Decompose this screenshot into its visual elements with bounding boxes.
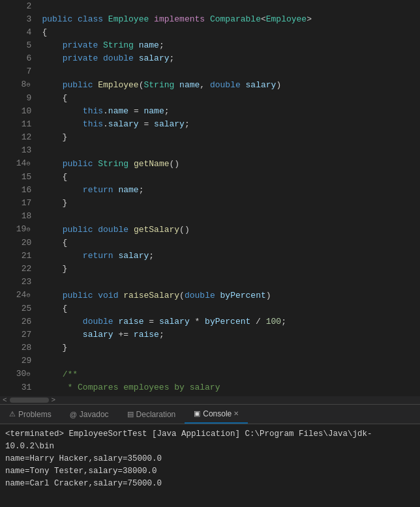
table-row: 2 [0, 0, 420, 13]
line-number: 2 [0, 0, 39, 13]
console-output-line-2: name=Tony Tester,salary=38000.0 [5, 465, 415, 478]
line-number: 8⊖ [0, 78, 39, 92]
table-row: 31 * Compares employees by salary [0, 381, 420, 394]
line-number: 18 [0, 210, 39, 223]
comment: * Compares employees by salary [63, 383, 220, 392]
code-table: 2 3 public class Employee implements Com… [0, 0, 420, 404]
console-output-area: <terminated> EmployeeSortTest [Java Appl… [0, 424, 420, 494]
declaration-icon: ▤ [127, 410, 134, 418]
close-icon[interactable]: ✕ [233, 410, 239, 417]
line-code: public double getSalary() [39, 223, 420, 237]
keyword: double [98, 225, 128, 235]
type: String [143, 80, 174, 90]
line-number: 3 [0, 13, 39, 26]
class-name: Employee [108, 14, 149, 24]
field-name: salary [118, 251, 149, 261]
line-code: } [39, 263, 420, 276]
table-row: 26 double raise = salary * byPercent / 1… [0, 315, 420, 328]
number-literal: 100 [266, 317, 281, 326]
line-code: public Employee(String name, double sala… [39, 78, 420, 92]
keyword: return [83, 251, 113, 261]
field-name: salary [139, 53, 170, 63]
line-number: 26 [0, 315, 39, 328]
table-row: 3 public class Employee implements Compa… [0, 13, 420, 26]
method-name: getName [134, 159, 170, 169]
table-row: 25 { [0, 302, 420, 315]
method-name: Employee [98, 80, 138, 90]
line-number: 22 [0, 263, 39, 276]
scroll-right-arrow[interactable]: > [52, 396, 56, 404]
comment: /** [63, 369, 78, 379]
tab-console[interactable]: ▣ Console ✕ [185, 405, 248, 424]
line-code: public void raiseSalary(double byPercent… [39, 289, 420, 302]
tab-console-label: Console [203, 409, 232, 418]
tab-javadoc[interactable]: @ Javadoc [61, 405, 118, 424]
table-row: 28 } [0, 341, 420, 355]
line-code [39, 355, 420, 368]
line-code: } [39, 131, 420, 144]
console-output-line-3: name=Carl Cracker,salary=75000.0 [5, 478, 415, 490]
line-number: 29 [0, 355, 39, 368]
type-param: Employee [266, 14, 307, 24]
table-row: 24⊖ public void raiseSalary(double byPer… [0, 289, 420, 302]
collapse-marker[interactable]: ⊖ [26, 226, 30, 233]
param: name [179, 80, 200, 90]
table-row: 27 salary += raise; [0, 328, 420, 341]
tab-problems[interactable]: ⚠ Problems [0, 405, 61, 424]
method-name: raiseSalary [123, 291, 179, 300]
keyword: public [63, 291, 93, 300]
scrollbar-thumb[interactable] [10, 398, 49, 403]
interface-name: Comparable [210, 14, 261, 24]
line-code: public class Employee implements Compara… [39, 13, 420, 26]
collapse-marker[interactable]: ⊖ [26, 292, 30, 299]
table-row: 21 return salary; [0, 250, 420, 263]
keyword: class [78, 14, 103, 24]
bottom-panel: ⚠ Problems @ Javadoc ▤ Declaration ▣ Con… [0, 404, 420, 507]
line-code: /** [39, 368, 420, 381]
collapse-marker[interactable]: ⊖ [26, 371, 30, 378]
table-row: 5 private String name; [0, 39, 420, 52]
line-number: 23 [0, 276, 39, 289]
collapse-marker[interactable]: ⊖ [26, 81, 30, 89]
table-row: 15 { [0, 171, 420, 184]
table-row: 10 this.name = name; [0, 105, 420, 118]
horizontal-scrollbar[interactable]: < > [0, 396, 420, 404]
line-code: { [39, 92, 420, 105]
line-code: return name; [39, 184, 420, 197]
keyword: this [83, 119, 103, 129]
scroll-left-arrow[interactable]: < [0, 396, 7, 404]
param: salary [154, 119, 185, 129]
field-name: salary [83, 330, 113, 340]
table-row: 20 { [0, 237, 420, 250]
line-code: double raise = salary * byPercent / 100; [39, 315, 420, 328]
line-number: 17 [0, 197, 39, 210]
table-row: 13 [0, 144, 420, 157]
table-row: 29 [0, 355, 420, 368]
keyword: double [185, 291, 215, 300]
table-row: 16 return name; [0, 184, 420, 197]
console-output-line-1: name=Harry Hacker,salary=35000.0 [5, 453, 415, 465]
keyword: double [210, 80, 241, 90]
table-row: 23 [0, 276, 420, 289]
collapse-marker[interactable]: ⊖ [26, 160, 30, 167]
table-row: 19⊖ public double getSalary() [0, 223, 420, 237]
table-row: 4 { [0, 26, 420, 39]
code-editor: 2 3 public class Employee implements Com… [0, 0, 420, 404]
field-name: name [108, 106, 128, 116]
line-number: 14⊖ [0, 157, 39, 171]
var-name: raise [134, 330, 159, 340]
line-number: 11 [0, 118, 39, 131]
line-number: 25 [0, 302, 39, 315]
line-code: salary += raise; [39, 328, 420, 341]
table-row: 11 this.salary = salary; [0, 118, 420, 131]
tab-declaration-label: Declaration [136, 410, 176, 419]
tab-declaration[interactable]: ▤ Declaration [118, 405, 185, 424]
keyword: double [83, 317, 113, 326]
line-number: 20 [0, 237, 39, 250]
console-icon: ▣ [194, 409, 200, 418]
line-number: 30⊖ [0, 368, 39, 381]
line-code: { [39, 237, 420, 250]
console-terminated-line: <terminated> EmployeeSortTest [Java Appl… [5, 428, 415, 453]
keyword: private [63, 53, 98, 63]
param: byPercent [205, 317, 250, 326]
